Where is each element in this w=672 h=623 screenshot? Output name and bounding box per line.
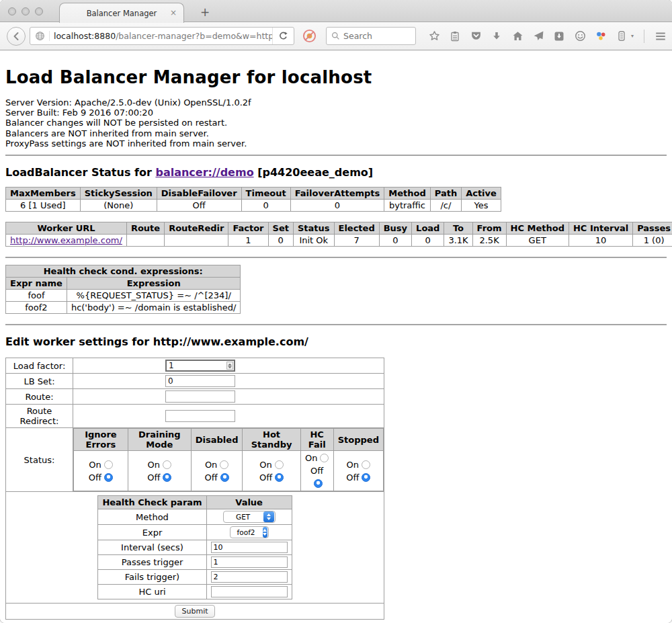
pocket-icon[interactable] bbox=[470, 30, 482, 42]
table-header-row: Expr name Expression bbox=[6, 278, 241, 290]
page-title: Load Balancer Manager for localhost bbox=[5, 50, 667, 87]
home-icon[interactable] bbox=[511, 30, 523, 42]
bookmark-star-icon[interactable] bbox=[428, 30, 440, 42]
radio-stopped-off[interactable] bbox=[362, 473, 370, 482]
radio-disabled-on[interactable] bbox=[220, 460, 228, 469]
hc-passes-input[interactable] bbox=[211, 556, 288, 568]
radio-disabled-off[interactable] bbox=[220, 473, 229, 482]
window-close-button[interactable] bbox=[8, 7, 16, 15]
hc-method-label: Method bbox=[98, 509, 206, 525]
chat-icon[interactable] bbox=[574, 30, 586, 42]
radio-stopped-on[interactable] bbox=[362, 460, 370, 469]
load-factor-row: Load factor: bbox=[6, 358, 384, 374]
col-load: Load bbox=[412, 222, 444, 235]
edit-worker-heading: Edit worker settings for http://www.exam… bbox=[5, 335, 667, 348]
cell-expression: %{REQUEST_STATUS} =~ /^[234]/ bbox=[67, 290, 241, 302]
hc-uri-row: HC uri bbox=[98, 585, 292, 599]
page-content: Load Balancer Manager for localhost Serv… bbox=[0, 50, 672, 623]
tab-bar: Balancer Manager × + bbox=[0, 0, 672, 22]
hc-fails-row: Fails trigger) bbox=[98, 570, 292, 585]
select-stepper-icon bbox=[263, 511, 274, 522]
download-icon[interactable] bbox=[491, 30, 503, 42]
hc-fails-label: Fails trigger) bbox=[98, 570, 206, 585]
hc-interval-input[interactable] bbox=[211, 542, 288, 553]
new-tab-button[interactable]: + bbox=[195, 4, 215, 20]
hc-uri-input[interactable] bbox=[211, 586, 288, 597]
off-label: Off bbox=[259, 472, 272, 483]
hc-method-select[interactable]: GET bbox=[223, 511, 276, 523]
submit-row: Submit bbox=[6, 604, 384, 620]
number-spinner-icon[interactable] bbox=[226, 362, 233, 370]
radio-draining-mode-on[interactable] bbox=[163, 460, 171, 469]
load-factor-label: Load factor: bbox=[6, 358, 73, 374]
cell-stickysession: (None) bbox=[80, 200, 157, 212]
cell-to: 3.1K bbox=[444, 235, 472, 247]
window-zoom-button[interactable] bbox=[35, 7, 43, 15]
tab-close-icon[interactable]: × bbox=[170, 8, 177, 17]
radio-hc-fail-off[interactable] bbox=[314, 479, 323, 488]
cell-hc-method: GET bbox=[506, 235, 569, 247]
lb-set-row: LB Set: bbox=[6, 374, 384, 389]
container-extension-icon[interactable] bbox=[616, 30, 628, 42]
reading-list-icon[interactable] bbox=[449, 30, 461, 42]
radio-hc-fail-on[interactable] bbox=[320, 454, 329, 462]
toolbar-icons: ▾ bbox=[428, 30, 672, 43]
status-label: Status: bbox=[6, 428, 73, 492]
balancers-inherit-line: Balancers are NOT inherited from main se… bbox=[5, 128, 667, 138]
col-factor: Factor bbox=[228, 222, 268, 235]
downloads-panel-icon[interactable] bbox=[553, 30, 565, 42]
radio-ignore-errors-off[interactable] bbox=[104, 473, 113, 482]
overflow-caret-icon[interactable]: ▾ bbox=[631, 33, 634, 39]
divider bbox=[5, 155, 667, 156]
table-row: 6 [1 Used] (None) Off 0 0 bytraffic /c/ … bbox=[6, 200, 501, 212]
worker-url-link[interactable]: http://www.example.com/ bbox=[10, 235, 122, 245]
cell-expression: hc('body') =~ /domain is established/ bbox=[67, 302, 241, 314]
cell-expr-name: foof bbox=[6, 290, 67, 302]
route-input[interactable] bbox=[165, 390, 235, 403]
cell-routeredir bbox=[165, 235, 228, 247]
search-input[interactable] bbox=[343, 31, 411, 41]
off-label: Off bbox=[310, 466, 323, 476]
url-bar[interactable]: localhost:8880/balancer-manager?b=demo&w… bbox=[30, 27, 294, 45]
status-header-row: Ignore Errors Draining Mode Disabled Hot… bbox=[74, 429, 384, 451]
tab-balancer-manager[interactable]: Balancer Manager × bbox=[59, 3, 184, 23]
lb-set-input[interactable] bbox=[165, 375, 235, 387]
tab-title: Balancer Manager bbox=[87, 9, 157, 18]
col-failoverattempts: FailoverAttempts bbox=[290, 188, 384, 200]
server-built-line: Server Built: Feb 9 2016 07:00:20 bbox=[5, 108, 667, 118]
window-minimize-button[interactable] bbox=[22, 7, 30, 15]
col-to: To bbox=[444, 222, 472, 235]
back-button[interactable] bbox=[7, 27, 26, 46]
radio-draining-mode-off[interactable] bbox=[163, 473, 171, 482]
route-redirect-input[interactable] bbox=[165, 410, 235, 422]
hc-expr-select[interactable]: foof2 bbox=[230, 526, 269, 538]
balancer-demo-link[interactable]: balancer://demo bbox=[155, 166, 253, 179]
radio-ignore-errors-on[interactable] bbox=[104, 460, 113, 469]
url-text[interactable]: localhost:8880/balancer-manager?b=demo&w… bbox=[50, 31, 272, 41]
on-label: On bbox=[347, 460, 359, 470]
divider bbox=[5, 324, 667, 325]
col-route: Route bbox=[126, 222, 164, 235]
search-bar[interactable] bbox=[326, 27, 416, 45]
submit-button[interactable]: Submit bbox=[175, 605, 214, 618]
radio-hot-standby-off[interactable] bbox=[275, 473, 284, 482]
persist-warning-line: Balancer changes will NOT be persisted o… bbox=[5, 118, 667, 128]
reload-button[interactable] bbox=[272, 28, 294, 44]
col-worker-url: Worker URL bbox=[6, 222, 127, 235]
select-stepper-icon bbox=[263, 527, 267, 538]
col-hc-value: Value bbox=[206, 496, 292, 509]
cell-busy: 0 bbox=[379, 235, 411, 247]
col-hc-fail: HC Fail bbox=[300, 429, 333, 451]
hc-fails-input[interactable] bbox=[211, 571, 288, 583]
status-radio-row: On Off On Off On Off bbox=[74, 451, 384, 491]
colored-dots-extension-icon[interactable] bbox=[595, 30, 607, 42]
send-tab-icon[interactable] bbox=[532, 30, 544, 42]
content-blocker-icon[interactable] bbox=[302, 29, 317, 43]
on-label: On bbox=[205, 460, 217, 470]
radio-hot-standby-on[interactable] bbox=[275, 460, 284, 469]
load-factor-input[interactable] bbox=[165, 360, 235, 372]
menu-hamburger-icon[interactable] bbox=[655, 30, 667, 42]
off-label: Off bbox=[205, 472, 218, 483]
worker-row: http://www.example.com/ 1 0 Init Ok 7 0 … bbox=[6, 235, 672, 247]
cell-route bbox=[126, 235, 164, 247]
